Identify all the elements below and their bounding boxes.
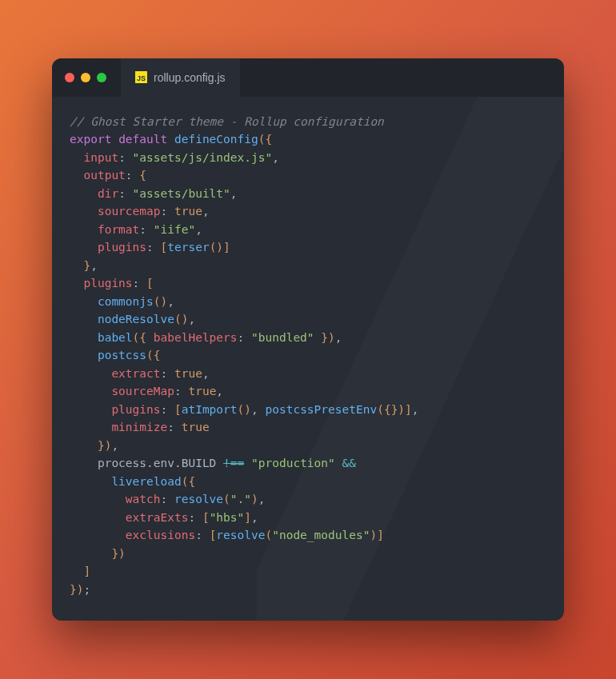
close-icon[interactable] xyxy=(65,73,74,82)
code-content: // Ghost Starter theme - Rollup configur… xyxy=(70,113,546,599)
minimize-icon[interactable] xyxy=(81,73,90,82)
maximize-icon[interactable] xyxy=(97,73,106,82)
editor-window: JS rollup.config.js // Ghost Starter the… xyxy=(52,58,564,621)
js-file-icon: JS xyxy=(135,71,147,83)
tab-filename: rollup.config.js xyxy=(154,71,226,84)
titlebar: JS rollup.config.js xyxy=(52,58,564,97)
traffic-lights xyxy=(65,73,106,82)
code-editor[interactable]: // Ghost Starter theme - Rollup configur… xyxy=(52,97,564,621)
tab-active[interactable]: JS rollup.config.js xyxy=(121,58,240,97)
